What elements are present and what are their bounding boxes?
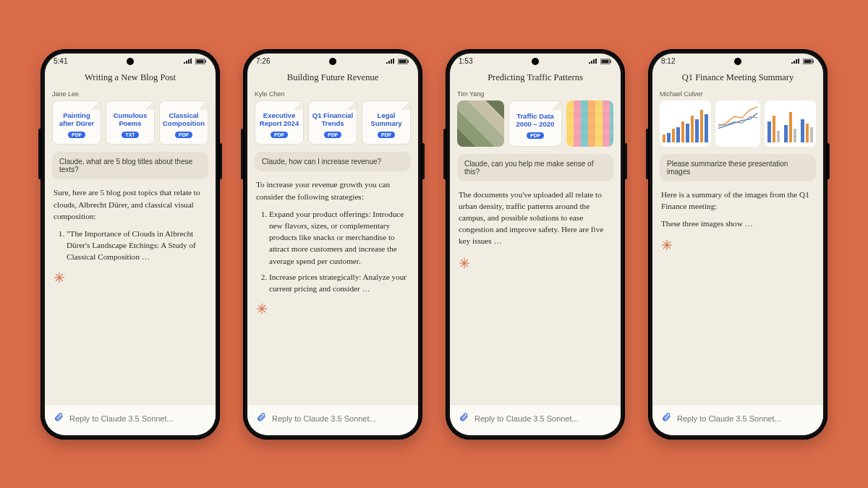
image-attachment-line-chart[interactable] [715,100,761,147]
user-message: Claude, can you help me make sense of th… [457,154,613,181]
file-type-badge: PDF [271,132,288,138]
image-attachment-stacked-bar-chart[interactable] [660,100,711,147]
assistant-intro: The documents you've uploaded all relate… [459,189,612,247]
composer[interactable] [652,404,823,435]
sparkle-icon [459,257,470,269]
sparkle-icon [54,272,65,283]
composer-input[interactable] [69,414,207,423]
camera-cutout [532,58,539,65]
user-message: Please summarize these presentation imag… [660,154,816,181]
assistant-message: To increase your revenue growth you can … [247,171,418,299]
battery-icon [600,59,612,64]
screen: 8:12 Q1 Finance Meeting Summary Michael … [652,53,823,435]
file-type-badge: PDF [527,132,544,139]
sparkle-icon [256,303,268,314]
file-name: Traffic Data 2000 – 2020 [512,112,559,129]
image-attachment-aerial[interactable] [457,100,504,147]
clock: 1:53 [459,57,472,65]
svg-rect-15 [602,59,609,63]
assistant-message: The documents you've uploaded all relate… [450,181,621,253]
file-type-badge: PDF [324,132,341,138]
assistant-message: Sure, here are 5 blog post topics that r… [45,179,216,267]
screen: 1:53 Predicting Traffic Patterns Tim Yan… [450,53,621,435]
signal-icon [589,59,597,64]
file-name: Classical Composition [163,111,205,128]
chat-title: Writing a New Blog Post [45,69,216,90]
assistant-intro: Here is a summary of the images from the… [661,189,814,212]
attachment-row: Painting after Dürer PDF Cumulous Poems … [45,100,216,145]
camera-cutout [127,58,134,65]
battery-icon [195,59,207,64]
user-message: Claude, what are 5 blog titles about the… [52,152,208,179]
file-attachment[interactable]: Legal Summary PDF [362,100,411,145]
camera-cutout [329,58,336,65]
image-attachment-stickynotes[interactable] [566,100,613,147]
clock: 7:26 [256,57,270,65]
author-label: Tim Yang [450,90,621,100]
sparkle-icon [661,239,673,251]
svg-rect-22 [804,59,812,63]
composer[interactable] [247,404,418,435]
attachment-row: Traffic Data 2000 – 2020 PDF [450,100,621,147]
attachment-row: Executive Report 2024 PDF Q1 Financial T… [247,100,418,145]
svg-rect-23 [813,60,814,62]
screen: 7:26 Building Future Revenue Kyle Chen E… [247,53,418,435]
signal-icon [386,59,395,64]
chat-title: Building Future Revenue [247,69,418,90]
composer-input[interactable] [677,414,814,423]
svg-rect-8 [399,59,407,63]
battery-icon [803,59,814,64]
chat-title: Predicting Traffic Patterns [450,69,621,90]
image-attachment-grouped-bar-chart[interactable] [765,100,816,147]
file-attachment[interactable]: Cumulous Poems TXT [106,100,155,145]
screen: 5:41 Writing a New Blog Post Jane Lee Pa… [45,53,216,435]
file-name: Cumulous Poems [109,111,151,128]
composer[interactable] [450,404,621,435]
file-name: Executive Report 2024 [258,111,300,128]
chat-title: Q1 Finance Meeting Summary [652,69,823,90]
composer[interactable] [45,404,216,435]
file-type-badge: PDF [378,132,395,138]
file-attachment[interactable]: Executive Report 2024 PDF [255,100,304,145]
signal-icon [184,59,192,64]
list-item: Increase prices strategically: Analyze y… [269,271,409,294]
assistant-message: Here is a summary of the images from the… [652,181,823,236]
phone-mockup-3: 1:53 Predicting Traffic Patterns Tim Yan… [446,49,625,440]
svg-rect-2 [205,60,207,62]
file-type-badge: PDF [175,132,192,138]
file-attachment[interactable]: Classical Composition PDF [159,100,208,145]
assistant-intro: Sure, here are 5 blog post topics that r… [54,187,207,222]
signal-icon [791,59,800,64]
composer-input[interactable] [475,414,612,423]
composer-input[interactable] [272,414,409,423]
phone-mockup-2: 7:26 Building Future Revenue Kyle Chen E… [243,49,422,440]
svg-rect-1 [197,59,204,63]
author-label: Kyle Chen [247,90,418,100]
clock: 5:41 [54,57,67,65]
file-attachment[interactable]: Q1 Financial Trends PDF [308,100,357,145]
author-label: Michael Culver [652,90,823,100]
clock: 8:12 [661,57,675,65]
file-attachment[interactable]: Painting after Dürer PDF [52,100,101,145]
battery-icon [398,59,409,64]
author-label: Jane Lee [45,90,216,100]
paperclip-icon[interactable] [256,412,266,425]
file-name: Q1 Financial Trends [312,111,354,128]
paperclip-icon[interactable] [54,412,64,425]
paperclip-icon[interactable] [661,412,671,425]
assistant-intro: To increase your revenue growth you can … [256,179,409,202]
file-type-badge: TXT [122,132,138,138]
phone-mockup-4: 8:12 Q1 Finance Meeting Summary Michael … [648,49,827,440]
user-message: Claude, how can I increase revenue? [255,152,411,171]
file-name: Painting after Dürer [56,111,98,128]
svg-rect-16 [610,60,612,62]
assistant-line: These three images show … [661,218,814,229]
camera-cutout [734,58,741,65]
list-item: "The Importance of Clouds in Albrecht Dü… [67,228,207,263]
svg-rect-9 [408,60,409,62]
file-type-badge: PDF [68,132,85,138]
paperclip-icon[interactable] [459,412,469,425]
phone-mockup-1: 5:41 Writing a New Blog Post Jane Lee Pa… [41,49,220,440]
file-name: Legal Summary [365,111,407,128]
file-attachment[interactable]: Traffic Data 2000 – 2020 PDF [509,100,563,147]
